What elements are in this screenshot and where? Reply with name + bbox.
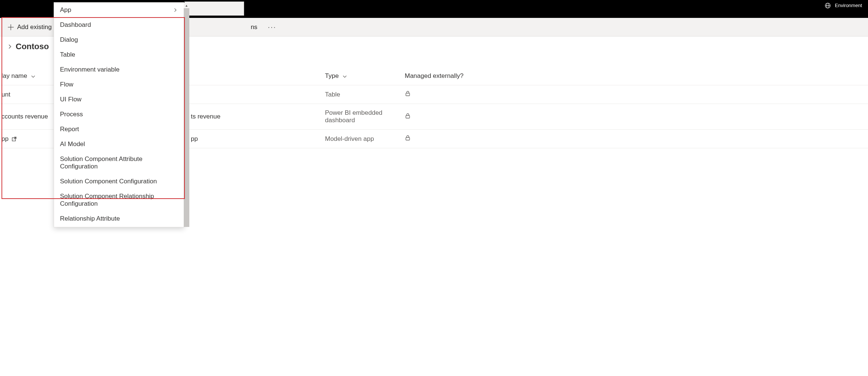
dropdown-item-label: AI Model	[60, 140, 85, 148]
dropdown-item[interactable]: Dashboard	[54, 18, 184, 32]
dropdown-item-label: Relationship Attribute	[60, 215, 120, 222]
dropdown-item[interactable]: Solution Component Relationship Configur…	[54, 189, 184, 211]
dropdown-item-label: Dialog	[60, 36, 78, 44]
environment-label: Environment	[835, 3, 862, 8]
chevron-down-icon	[342, 74, 347, 79]
lock-icon	[405, 135, 411, 141]
cell-type: Table	[320, 85, 400, 104]
dropdown-item-label: Process	[60, 111, 83, 118]
solutions-fragment-label: ns	[251, 23, 258, 31]
svg-rect-9	[406, 138, 410, 140]
chevron-down-icon	[31, 74, 36, 79]
column-header-name2[interactable]	[186, 69, 320, 85]
dropdown-item[interactable]: Report	[54, 122, 184, 137]
dropdown-item[interactable]: App	[54, 3, 184, 18]
solution-title: Contoso	[16, 42, 49, 51]
dropdown-item-label: App	[60, 6, 71, 14]
column-header-label: Managed externally?	[405, 72, 464, 79]
cell-managed-externally	[400, 104, 868, 130]
dropdown-item-label: Flow	[60, 81, 73, 88]
add-existing-dropdown[interactable]: ▲ AppDashboardDialogTableEnvironment var…	[54, 2, 184, 227]
dropdown-scrollbar[interactable]	[184, 3, 189, 227]
svg-line-8	[14, 137, 16, 139]
dropdown-item-label: Solution Component Relationship Configur…	[60, 193, 178, 208]
cell-name2	[186, 85, 320, 104]
dropdown-item[interactable]: Solution Component Attribute Configurati…	[54, 152, 184, 174]
dropdown-item[interactable]: Process	[54, 107, 184, 122]
dropdown-item[interactable]: AI Model	[54, 137, 184, 152]
globe-icon	[824, 2, 831, 9]
dropdown-item[interactable]: Table	[54, 47, 184, 62]
scroll-up-arrow-icon[interactable]: ▲	[184, 3, 189, 8]
dropdown-item-label: UI Flow	[60, 96, 82, 103]
dropdown-item-label: Dashboard	[60, 21, 91, 29]
search-box-placeholder[interactable]	[184, 1, 244, 16]
dropdown-item[interactable]: Dialog	[54, 32, 184, 47]
cell-managed-externally	[400, 85, 868, 104]
dropdown-item-label: Table	[60, 51, 75, 59]
dropdown-item[interactable]: Relationship Attribute	[54, 211, 184, 226]
cell-text: unt	[1, 91, 10, 98]
dropdown-item-label: Solution Component Configuration	[60, 178, 157, 185]
external-link-icon	[12, 136, 17, 142]
chevron-right-icon	[7, 44, 13, 50]
cell-name2: pp	[186, 130, 320, 148]
lock-icon	[405, 91, 411, 97]
dropdown-item[interactable]: Environment variable	[54, 62, 184, 77]
dropdown-item[interactable]: Solution Component Configuration	[54, 174, 184, 189]
cell-managed-externally	[400, 130, 868, 148]
svg-rect-5	[406, 93, 410, 96]
plus-icon	[7, 24, 14, 31]
column-header-label: lay name	[1, 72, 27, 79]
environment-picker[interactable]: Environment	[824, 2, 862, 9]
dropdown-item-label: Solution Component Attribute Configurati…	[60, 155, 178, 170]
dropdown-item[interactable]: UI Flow	[54, 92, 184, 107]
cell-type: Model-driven app	[320, 130, 400, 148]
cell-name2: ts revenue	[186, 104, 320, 130]
cell-type: Power BI embedded dashboard	[320, 104, 400, 130]
svg-rect-6	[406, 116, 410, 118]
lock-icon	[405, 113, 411, 119]
column-header-type[interactable]: Type	[320, 69, 400, 85]
cell-text: ccounts revenue	[1, 113, 48, 120]
column-header-label: Type	[325, 72, 339, 79]
chevron-right-icon	[173, 7, 178, 13]
column-header-managed-externally[interactable]: Managed externally?	[400, 69, 868, 85]
dropdown-item-label: Report	[60, 126, 79, 133]
dropdown-item[interactable]: Flow	[54, 77, 184, 92]
cell-text: pp	[1, 135, 9, 142]
add-existing-label: Add existing	[17, 23, 52, 31]
more-commands-button[interactable]: ···	[266, 21, 279, 33]
dropdown-item-label: Environment variable	[60, 66, 120, 73]
